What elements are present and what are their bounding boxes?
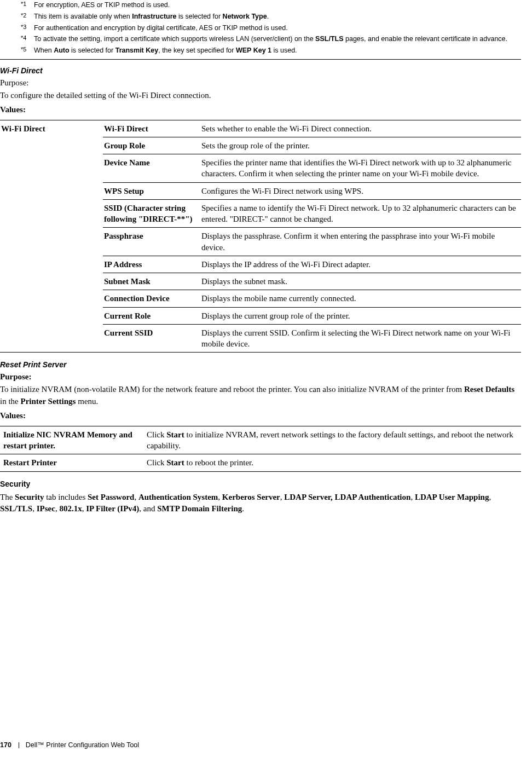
wifi-direct-heading: Wi-Fi Direct bbox=[0, 66, 521, 75]
setting-name: Device Name bbox=[103, 154, 200, 183]
setting-desc: Displays the IP address of the Wi-Fi Dir… bbox=[200, 256, 521, 273]
page-footer: 170 Dell™ Printer Configuration Web Tool bbox=[0, 741, 139, 749]
setting-name: Group Role bbox=[103, 137, 200, 154]
footnote-row: *2This item is available only when Infra… bbox=[21, 11, 521, 22]
setting-name: Connection Device bbox=[103, 290, 200, 307]
table-row: Wi-Fi DirectWi-Fi DirectSets whether to … bbox=[0, 120, 521, 137]
footnote-row: *5When Auto is selected for Transmit Key… bbox=[21, 45, 521, 56]
footnote-row: *4To activate the setting, import a cert… bbox=[21, 34, 521, 44]
table-row: Initialize NIC NVRAM Memory and restart … bbox=[0, 426, 521, 454]
footnotes-block: *1For encryption, AES or TKIP method is … bbox=[0, 0, 532, 56]
setting-name: Subnet Mask bbox=[103, 273, 200, 290]
footnotes-separator bbox=[0, 59, 521, 60]
reset-table: Initialize NIC NVRAM Memory and restart … bbox=[0, 426, 521, 472]
reset-print-server-heading: Reset Print Server bbox=[0, 360, 521, 369]
setting-desc: Specifies a name to identify the Wi-Fi D… bbox=[200, 199, 521, 228]
setting-desc: Displays the current group role of the p… bbox=[200, 307, 521, 324]
setting-name: WPS Setup bbox=[103, 182, 200, 199]
footnote-marker: *5 bbox=[21, 45, 34, 55]
wifi-direct-table: Wi-Fi DirectWi-Fi DirectSets whether to … bbox=[0, 120, 521, 353]
footnote-marker: *3 bbox=[21, 22, 34, 33]
footnote-text: For authentication and encryption by dig… bbox=[34, 23, 521, 33]
footer-separator bbox=[19, 742, 19, 748]
wifi-direct-section: Wi-Fi Direct Purpose: To configure the d… bbox=[0, 66, 532, 353]
setting-desc: Sets the group role of the printer. bbox=[200, 137, 521, 154]
footer-doc-title: Dell™ Printer Configuration Web Tool bbox=[26, 741, 139, 749]
purpose-label: Purpose: bbox=[0, 372, 521, 382]
footnote-text: To activate the setting, import a certif… bbox=[34, 34, 521, 44]
footnote-marker: *4 bbox=[21, 33, 34, 44]
table-row: Restart PrinterClick Start to reboot the… bbox=[0, 454, 521, 471]
footnote-text: This item is available only when Infrast… bbox=[34, 11, 521, 22]
setting-desc: Specifies the printer name that identifi… bbox=[200, 154, 521, 183]
setting-name: Restart Printer bbox=[0, 454, 143, 471]
setting-name: Passphrase bbox=[103, 228, 200, 256]
footnote-text: For encryption, AES or TKIP method is us… bbox=[34, 0, 521, 10]
wifi-direct-purpose: To configure the detailed setting of the… bbox=[0, 90, 521, 102]
setting-desc: Displays the subnet mask. bbox=[200, 273, 521, 290]
footnote-text: When Auto is selected for Transmit Key, … bbox=[34, 45, 521, 56]
footnote-marker: *2 bbox=[21, 11, 34, 21]
footnote-marker: *1 bbox=[21, 0, 34, 10]
setting-desc: Click Start to initialize NVRAM, revert … bbox=[143, 426, 521, 454]
values-label: Values: bbox=[0, 411, 521, 420]
reset-print-server-section: Reset Print Server Purpose: To initializ… bbox=[0, 360, 532, 471]
setting-desc: Displays the mobile name currently conne… bbox=[200, 290, 521, 307]
security-heading: Security bbox=[0, 480, 521, 488]
footnote-row: *1For encryption, AES or TKIP method is … bbox=[21, 0, 521, 10]
setting-desc: Click Start to reboot the printer. bbox=[143, 454, 521, 471]
setting-desc: Sets whether to enable the Wi-Fi Direct … bbox=[200, 120, 521, 137]
setting-name: Initialize NIC NVRAM Memory and restart … bbox=[0, 426, 143, 454]
setting-name: Current Role bbox=[103, 307, 200, 324]
footnote-row: *3For authentication and encryption by d… bbox=[21, 23, 521, 33]
setting-desc: Configures the Wi-Fi Direct network usin… bbox=[200, 182, 521, 199]
page-number: 170 bbox=[0, 741, 11, 749]
values-label: Values: bbox=[0, 105, 521, 114]
setting-name: IP Address bbox=[103, 256, 200, 273]
setting-desc: Displays the passphrase. Confirm it when… bbox=[200, 228, 521, 256]
setting-desc: Displays the current SSID. Confirm it se… bbox=[200, 324, 521, 353]
purpose-label: Purpose: bbox=[0, 78, 521, 88]
security-text: The Security tab includes Set Password, … bbox=[0, 492, 521, 516]
security-section: Security The Security tab includes Set P… bbox=[0, 480, 532, 516]
setting-name: Current SSID bbox=[103, 324, 200, 353]
setting-name: SSID (Character string following "DIRECT… bbox=[103, 199, 200, 228]
table-category: Wi-Fi Direct bbox=[0, 120, 103, 353]
setting-name: Wi-Fi Direct bbox=[103, 120, 200, 137]
reset-purpose-text: To initialize NVRAM (non-volatile RAM) f… bbox=[0, 384, 521, 408]
